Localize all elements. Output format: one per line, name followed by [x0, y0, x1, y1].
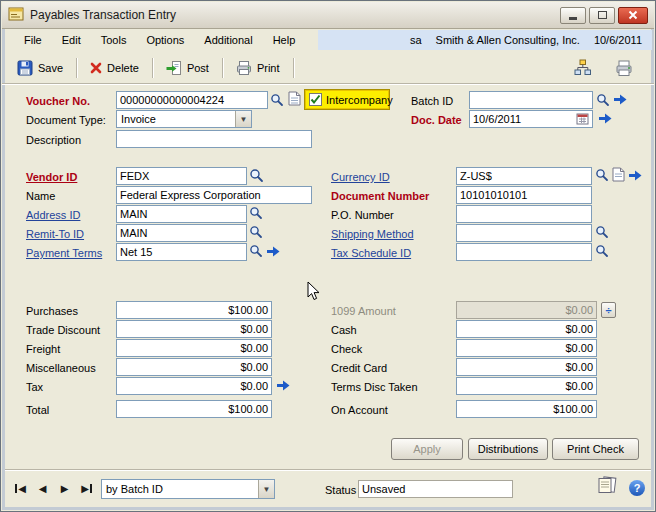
payables-transaction-entry-window: Payables Transaction Entry File Edit Too…	[0, 0, 656, 512]
intercompany-label: Intercompany	[326, 94, 393, 106]
document-number-input[interactable]: 10101010101	[456, 186, 592, 204]
dropdown-arrow-icon: ▼	[258, 480, 274, 498]
voucher-number-input[interactable]: 00000000000004224	[116, 91, 268, 109]
maximize-button[interactable]	[589, 7, 615, 24]
shipping-method-lookup-button[interactable]	[595, 225, 609, 239]
credit-card-input[interactable]: $0.00	[456, 358, 597, 376]
workflow-hierarchy-button[interactable]	[567, 55, 598, 80]
remit-to-id-input[interactable]: MAIN	[116, 224, 247, 242]
blue-arrow-icon	[614, 94, 627, 105]
purchases-input[interactable]: $100.00	[116, 301, 272, 319]
doc-date-label: Doc. Date	[411, 112, 462, 128]
menu-item-options[interactable]: Options	[136, 31, 194, 49]
payment-terms-input[interactable]: Net 15	[116, 243, 247, 261]
distributions-button[interactable]: Distributions	[468, 438, 548, 460]
help-button[interactable]: ?	[629, 480, 645, 496]
print-button[interactable]: Print	[229, 56, 287, 80]
menu-item-help[interactable]: Help	[263, 31, 306, 49]
vendor-name-input[interactable]: Federal Express Corporation	[116, 186, 312, 204]
address-id-label[interactable]: Address ID	[26, 207, 80, 223]
description-input[interactable]	[116, 130, 312, 148]
print-check-button[interactable]: Print Check	[552, 438, 639, 460]
menu-item-file[interactable]: File	[14, 31, 52, 49]
first-record-button[interactable]: ◀	[11, 479, 30, 497]
titlebar[interactable]: Payables Transaction Entry	[2, 2, 654, 29]
calendar-icon[interactable]	[576, 112, 589, 127]
total-display: $100.00	[116, 400, 272, 418]
batch-lookup-button[interactable]	[596, 93, 610, 107]
po-number-input[interactable]	[456, 205, 592, 223]
browse-by-dropdown[interactable]: by Batch ID ▼	[101, 479, 275, 499]
tax-input[interactable]: $0.00	[116, 377, 272, 395]
floppy-disk-icon	[17, 60, 33, 76]
freight-input[interactable]: $0.00	[116, 339, 272, 357]
minimize-button[interactable]	[560, 7, 586, 24]
post-icon	[166, 60, 182, 76]
currency-id-input[interactable]: Z-US$	[456, 167, 592, 185]
remit-to-id-label[interactable]: Remit-To ID	[26, 226, 84, 242]
amount-1099-expansion-button[interactable]: ÷	[601, 302, 616, 318]
check-input[interactable]: $0.00	[456, 339, 597, 357]
close-button[interactable]	[618, 7, 648, 24]
vendor-name-label: Name	[26, 188, 55, 204]
doc-date-expansion-button[interactable]	[599, 113, 612, 124]
payment-terms-lookup-button[interactable]	[249, 244, 263, 258]
tax-label: Tax	[26, 379, 43, 395]
miscellaneous-label: Miscellaneous	[26, 360, 96, 376]
tax-schedule-id-label[interactable]: Tax Schedule ID	[331, 245, 411, 261]
voucher-number-label: Voucher No.	[26, 93, 90, 109]
post-button[interactable]: Post	[159, 56, 216, 80]
miscellaneous-input[interactable]: $0.00	[116, 358, 272, 376]
note-paper-icon	[612, 167, 625, 182]
magnifier-icon	[270, 93, 284, 107]
tax-schedule-lookup-button[interactable]	[595, 244, 609, 258]
address-lookup-button[interactable]	[249, 206, 263, 220]
document-type-label: Document Type:	[26, 112, 106, 128]
currency-id-label[interactable]: Currency ID	[331, 169, 390, 185]
shipping-method-label[interactable]: Shipping Method	[331, 226, 414, 242]
minimize-icon	[569, 17, 577, 20]
first-record-icon	[15, 484, 17, 493]
magnifier-icon	[249, 225, 263, 239]
menu-item-additional[interactable]: Additional	[194, 31, 262, 49]
payment-terms-label[interactable]: Payment Terms	[26, 245, 102, 261]
notes-button[interactable]	[597, 476, 618, 495]
remit-to-lookup-button[interactable]	[249, 225, 263, 239]
vendor-id-label[interactable]: Vendor ID	[26, 169, 77, 185]
blue-arrow-icon	[277, 380, 290, 391]
trade-discount-label: Trade Discount	[26, 322, 100, 338]
cash-input[interactable]: $0.00	[456, 320, 597, 338]
voucher-lookup-button[interactable]	[270, 93, 284, 107]
company-context-panel[interactable]: sa Smith & Allen Consulting, Inc. 10/6/2…	[318, 30, 652, 50]
vendor-id-input[interactable]: FEDX	[116, 167, 247, 185]
terms-disc-taken-input[interactable]: $0.00	[456, 377, 597, 395]
print-setup-button[interactable]	[608, 55, 640, 81]
trade-discount-input[interactable]: $0.00	[116, 320, 272, 338]
tax-expansion-button[interactable]	[277, 380, 290, 391]
purchases-label: Purchases	[26, 303, 78, 319]
address-id-input[interactable]: MAIN	[116, 205, 247, 223]
currency-lookup-button[interactable]	[595, 168, 609, 182]
document-type-dropdown[interactable]: Invoice ▼	[116, 110, 252, 128]
currency-expansion-button[interactable]	[629, 170, 642, 181]
previous-record-button[interactable]: ◀	[33, 479, 52, 497]
mouse-cursor	[307, 281, 321, 303]
document-number-label: Document Number	[331, 188, 429, 204]
menu-item-edit[interactable]: Edit	[52, 31, 91, 49]
shipping-method-input[interactable]	[456, 224, 592, 242]
save-button[interactable]: Save	[10, 56, 70, 80]
currency-note-button[interactable]	[612, 167, 625, 182]
amount-1099-input: $0.00	[456, 301, 597, 319]
menu-item-tools[interactable]: Tools	[91, 31, 137, 49]
vendor-lookup-button[interactable]	[249, 168, 264, 183]
delete-button[interactable]: Delete	[83, 58, 146, 78]
batch-id-input[interactable]	[469, 91, 593, 109]
voucher-note-button[interactable]	[288, 91, 301, 106]
next-record-button[interactable]: ▶	[55, 479, 74, 497]
payment-terms-expansion-button[interactable]	[267, 246, 280, 257]
batch-expansion-button[interactable]	[614, 94, 627, 105]
tax-schedule-id-input[interactable]	[456, 243, 592, 261]
doc-date-input[interactable]: 10/6/2011	[469, 110, 593, 128]
intercompany-checkbox[interactable]	[309, 93, 322, 106]
last-record-button[interactable]: ▶	[77, 479, 96, 497]
